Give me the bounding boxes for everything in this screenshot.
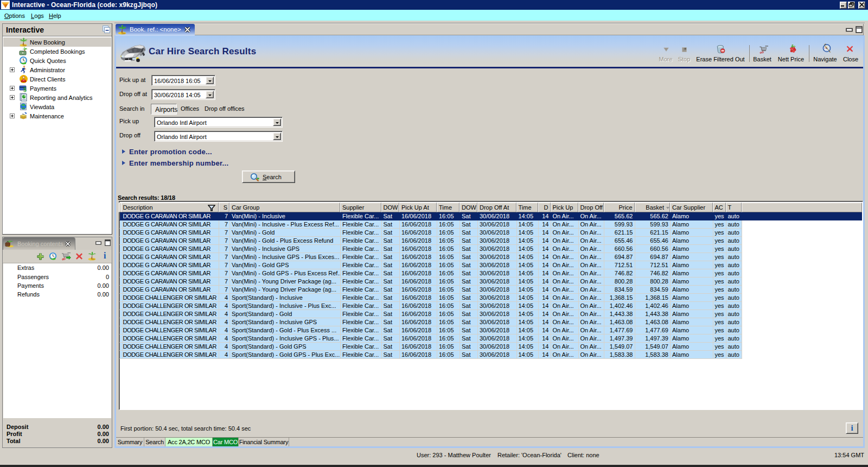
svg-text:$: $: [23, 86, 27, 93]
